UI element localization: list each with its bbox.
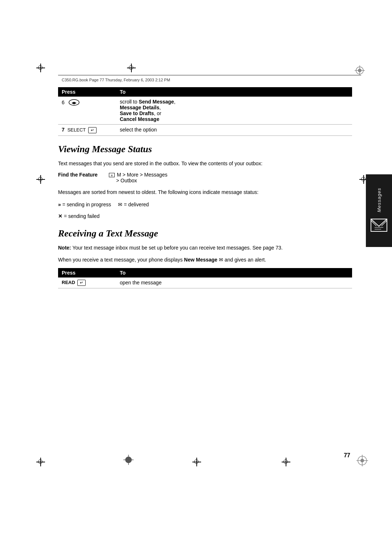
second-press-table: Press To READ ↵ open the message	[58, 268, 352, 288]
first-press-table: Press To 6 ◀▶	[58, 87, 352, 136]
find-feature-row: Find the Feature ≡ M > More > Messages >…	[58, 172, 352, 183]
page-container: C350.RG.book Page 77 Thursday, February …	[0, 0, 392, 555]
viewing-message-status-intro: Text messages that you send are stored i…	[58, 160, 352, 167]
find-feature-label: Find the Feature	[58, 172, 109, 178]
find-feature-path-line2: > Outbox	[109, 178, 167, 183]
reg-mark-bottom-left	[36, 458, 45, 466]
action-cell: scroll to Send Message, Message Details,…	[116, 97, 352, 125]
menu-icon: ≡	[109, 173, 115, 177]
side-tab-label: Messages	[376, 188, 382, 212]
table-row: READ ↵ open the message	[58, 278, 352, 288]
read-key-cell: READ ↵	[58, 278, 116, 288]
select-key: SELECT ↵	[68, 127, 97, 133]
viewing-message-status-body: Messages are sorted from newest to oldes…	[58, 189, 352, 196]
find-feature-path-line1: ≡ M > More > Messages	[109, 172, 167, 178]
reg-mark-mid-left	[36, 175, 45, 184]
reg-mark-bottom-center	[192, 458, 201, 466]
reg-mark-top-left	[36, 64, 45, 72]
step-number: 6	[62, 100, 65, 105]
nav-icon: ◀▶	[68, 99, 80, 107]
step-7-number: 7	[62, 127, 65, 133]
step-cell-7: 7 SELECT ↵	[58, 125, 116, 136]
table-row: 6 ◀▶ scroll to Send Message, Message Det…	[58, 97, 352, 125]
receiving-text-message-title: Receiving a Text Message	[58, 228, 352, 239]
send-message-option: Send Message	[139, 99, 174, 105]
message-details-option: Message Details	[120, 105, 159, 110]
table1-col2-header: To	[116, 87, 352, 97]
main-content: Press To 6 ◀▶	[58, 87, 352, 453]
svg-text:◀▶: ◀▶	[72, 101, 77, 105]
new-message-label: New Message	[184, 257, 217, 263]
reg-mark-bottom-right	[356, 455, 368, 468]
cancel-message-option: Cancel Message	[120, 116, 159, 122]
sending-icon: »	[58, 202, 61, 207]
find-feature-path: ≡ M > More > Messages > Outbox	[109, 172, 167, 183]
action-cell-7: select the option	[116, 125, 352, 136]
table1-col1-header: Press	[58, 87, 116, 97]
save-drafts-option: Save to Drafts	[120, 110, 154, 116]
note-body-text: Your text message inbox must be set up b…	[72, 245, 282, 251]
reg-mark-bottom-center-right	[282, 458, 290, 466]
read-soft-key: ↵	[77, 280, 86, 286]
table2-col1-header: Press	[58, 268, 116, 278]
status-line1: » = sending in progress ✉ = delivered	[58, 200, 352, 209]
viewing-message-status-title: Viewing Message Status	[58, 144, 352, 155]
step-cell: 6 ◀▶	[58, 97, 116, 125]
table2-col2-header: To	[116, 268, 352, 278]
receive-message-body: When you receive a text message, your ph…	[58, 256, 352, 264]
failed-icon: ✕	[58, 213, 62, 219]
reg-mark-top-center	[127, 64, 136, 72]
side-tab: Messages	[366, 174, 392, 247]
delivered-icon: ✉	[118, 202, 122, 207]
envelope-icon	[370, 218, 388, 234]
header-file-info: C350.RG.book Page 77 Thursday, February …	[62, 78, 170, 82]
table-row: 7 SELECT ↵ select the option	[58, 125, 352, 136]
note-label: Note:	[58, 245, 71, 251]
note-paragraph: Note: Your text message inbox must be se…	[58, 244, 352, 252]
page-number: 77	[344, 452, 350, 459]
status-line2: ✕ = sending failed	[58, 212, 352, 221]
header-rule-bottom	[58, 75, 361, 76]
reg-mark-bottom-center-left	[123, 455, 134, 466]
read-action-cell: open the message	[116, 278, 352, 288]
